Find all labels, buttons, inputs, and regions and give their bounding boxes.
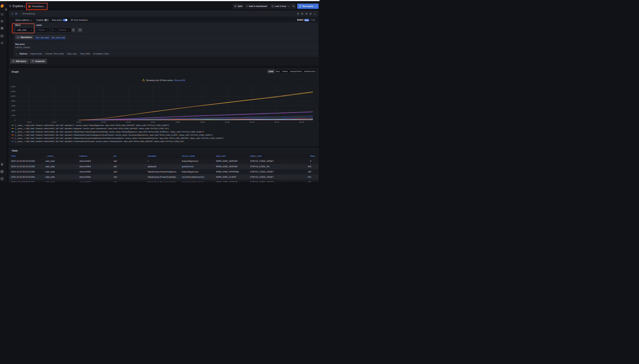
svg-text:14000: 14000 [10,86,15,88]
svg-text:10000: 10000 [10,95,15,97]
svg-text:23:35: 23:35 [76,121,81,123]
svg-text:4000: 4000 [12,110,15,112]
svg-text:00:00: 00:00 [200,121,205,123]
svg-text:23:40: 23:40 [101,121,106,123]
svg-text:00:15: 00:15 [274,121,279,123]
svg-text:12000: 12000 [10,90,15,92]
svg-text:00:20: 00:20 [299,121,304,123]
svg-text:00:10: 00:10 [250,121,254,123]
svg-text:23:30: 23:30 [52,121,56,123]
svg-text:23:50: 23:50 [151,121,155,123]
svg-text:23:55: 23:55 [176,121,180,123]
svg-text:00:05: 00:05 [225,121,230,123]
svg-text:2000: 2000 [12,114,15,116]
svg-text:23:45: 23:45 [126,121,130,123]
svg-text:8000: 8000 [12,100,15,102]
svg-text:23:25: 23:25 [27,121,32,123]
svg-text:6000: 6000 [12,104,15,106]
svg-text:0: 0 [14,119,15,121]
